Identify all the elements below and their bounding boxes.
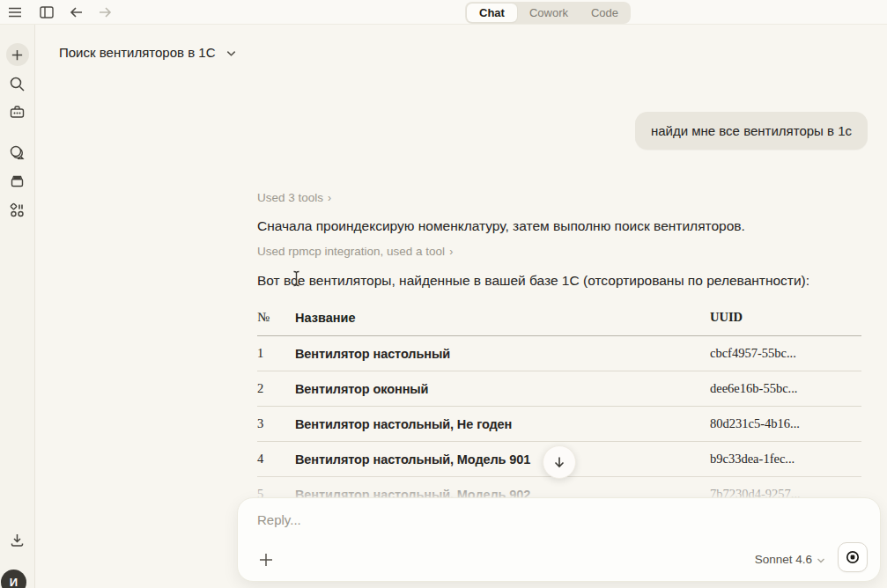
record-icon — [845, 549, 861, 565]
tool-use-summary-2[interactable]: Used rpmcp integration, used a tool› — [257, 245, 453, 258]
model-selector-label: Sonnet 4.6 — [755, 553, 812, 566]
results-table: № Название UUID 1 Вентилятор настольный … — [257, 305, 861, 512]
projects-button[interactable] — [6, 100, 29, 123]
tab-code[interactable]: Code — [580, 4, 629, 22]
column-header-num: № — [257, 305, 295, 336]
column-header-name: Название — [295, 305, 710, 336]
table-row: 2 Вентилятор оконный dee6e16b-55bc... — [257, 371, 861, 407]
plus-icon — [257, 551, 275, 569]
forward-arrow-icon[interactable] — [97, 4, 113, 20]
user-message-bubble: найди мне все вентиляторы в 1с — [635, 112, 868, 150]
download-icon — [9, 532, 26, 548]
chats-icon — [9, 144, 26, 161]
artifacts-button[interactable] — [6, 169, 29, 192]
search-icon — [9, 76, 26, 92]
row-uuid: cbcf4957-55bc... — [710, 336, 861, 371]
voice-record-button[interactable] — [838, 542, 868, 572]
connectors-icon — [9, 202, 26, 218]
tool-use-summary-1-label: Used 3 tools — [257, 191, 323, 204]
chat-title[interactable]: Поиск вентиляторов в 1С — [59, 45, 237, 60]
row-uuid: b9c33dea-1fec... — [710, 442, 861, 477]
new-chat-button[interactable] — [6, 43, 29, 66]
table-row: 3 Вентилятор настольный, Не годен 80d231… — [257, 407, 861, 442]
table-row: 1 Вентилятор настольный cbcf4957-55bc... — [257, 336, 861, 371]
model-selector[interactable]: Sonnet 4.6 — [755, 553, 825, 566]
reply-input[interactable] — [257, 512, 861, 527]
table-header-row: № Название UUID — [257, 305, 861, 336]
tab-chat[interactable]: Chat — [467, 4, 517, 22]
row-name: Вентилятор настольный — [295, 336, 710, 371]
artifacts-icon — [9, 173, 26, 189]
row-num: 3 — [257, 407, 295, 442]
row-name: Вентилятор оконный — [295, 371, 710, 407]
chevron-right-icon: › — [449, 246, 453, 258]
arrow-down-icon — [552, 455, 566, 469]
chevron-down-icon — [225, 48, 237, 59]
assistant-paragraph-1: Сначала проиндексирую номенклатуру, зате… — [257, 217, 745, 234]
chevron-right-icon: › — [328, 192, 331, 204]
attach-button[interactable] — [257, 551, 275, 569]
reply-composer: Sonnet 4.6 — [237, 497, 881, 582]
back-arrow-icon[interactable] — [69, 4, 85, 20]
column-header-uuid: UUID — [710, 305, 861, 336]
row-uuid: 80d231c5-4b16... — [710, 407, 861, 442]
chevron-down-icon — [817, 556, 825, 565]
projects-icon — [9, 104, 26, 121]
row-name: Вентилятор настольный, Не годен — [295, 407, 710, 442]
tool-use-summary-2-label: Used rpmcp integration, used a tool — [257, 245, 445, 258]
row-num: 4 — [257, 442, 295, 477]
user-avatar[interactable]: И — [1, 570, 26, 588]
assistant-paragraph-2: Вот все вентиляторы, найденные в вашей б… — [257, 272, 809, 289]
chats-button[interactable] — [6, 141, 29, 164]
plus-icon — [11, 48, 24, 62]
tool-use-summary-1[interactable]: Used 3 tools› — [257, 191, 331, 204]
hamburger-menu-icon[interactable] — [7, 4, 23, 20]
scroll-to-bottom-button[interactable] — [543, 445, 576, 479]
connectors-button[interactable] — [6, 198, 29, 221]
chat-title-label: Поиск вентиляторов в 1С — [59, 45, 215, 60]
row-name: Вентилятор настольный, Модель 901 — [295, 442, 710, 477]
row-uuid: dee6e16b-55bc... — [710, 371, 861, 407]
sidebar: И — [0, 25, 35, 588]
user-message-text: найди мне все вентиляторы в 1с — [651, 123, 852, 138]
sidebar-toggle-icon[interactable] — [39, 4, 55, 20]
download-button[interactable] — [6, 528, 29, 551]
app-window: Chat Cowork Code И Поиск вентиляторо — [0, 0, 887, 588]
tab-cowork[interactable]: Cowork — [519, 4, 579, 22]
search-button[interactable] — [6, 72, 29, 95]
top-bar: Chat Cowork Code — [0, 0, 887, 25]
mode-tab-group: Chat Cowork Code — [465, 2, 631, 24]
row-num: 2 — [257, 371, 295, 407]
row-num: 1 — [257, 336, 295, 371]
